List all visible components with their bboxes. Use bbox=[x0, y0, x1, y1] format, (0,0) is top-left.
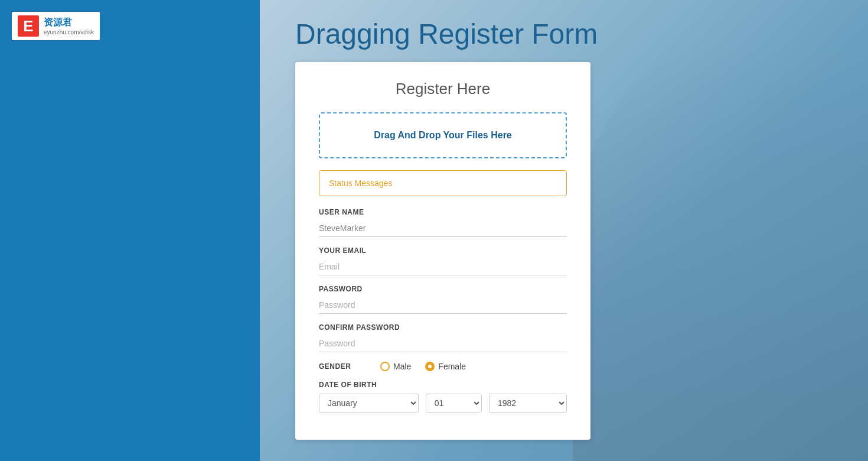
drag-drop-label: Drag And Drop Your Files Here bbox=[374, 130, 512, 140]
username-input[interactable] bbox=[319, 220, 567, 237]
logo-letter: E bbox=[18, 15, 39, 37]
logo-sub-text: eyunzhu.com/vdisk bbox=[44, 29, 94, 35]
dob-month-select[interactable]: January February March April May June Ju… bbox=[319, 394, 419, 413]
dob-label: DATE OF BIRTH bbox=[319, 381, 567, 389]
right-panel: Dragging Register Form Register Here Dra… bbox=[260, 0, 868, 461]
background-decoration bbox=[573, 47, 868, 461]
gender-label: GENDER bbox=[319, 362, 366, 371]
gender-male-radio[interactable] bbox=[380, 362, 390, 371]
gender-female-label: Female bbox=[438, 362, 466, 371]
status-message-box: Status Messages bbox=[319, 170, 567, 196]
gender-female-radio[interactable] bbox=[425, 362, 435, 371]
dob-selects: January February March April May June Ju… bbox=[319, 394, 567, 413]
email-input[interactable] bbox=[319, 258, 567, 275]
logo-text: 资源君 eyunzhu.com/vdisk bbox=[44, 17, 94, 35]
confirm-password-input[interactable] bbox=[319, 335, 567, 352]
password-field-group: PASSWORD bbox=[319, 285, 567, 314]
form-title: Register Here bbox=[319, 80, 567, 98]
gender-male-label: Male bbox=[393, 362, 411, 371]
register-form: Register Here Drag And Drop Your Files H… bbox=[295, 62, 590, 440]
password-input[interactable] bbox=[319, 297, 567, 314]
dob-section: DATE OF BIRTH January February March Apr… bbox=[319, 381, 567, 413]
dob-day-select[interactable]: 01020304 05060708 09101112 13141516 1718… bbox=[426, 394, 482, 413]
page-title: Dragging Register Form bbox=[295, 18, 598, 50]
email-field-group: YOUR EMAIL bbox=[319, 246, 567, 275]
confirm-password-label: CONFIRM PASSWORD bbox=[319, 323, 567, 332]
status-message-text: Status Messages bbox=[329, 178, 392, 188]
gender-row: GENDER Male Female bbox=[319, 362, 567, 371]
password-label: PASSWORD bbox=[319, 285, 567, 293]
email-label: YOUR EMAIL bbox=[319, 246, 567, 255]
username-field-group: USER NAME bbox=[319, 208, 567, 237]
left-panel: E 资源君 eyunzhu.com/vdisk bbox=[0, 0, 260, 461]
confirm-password-field-group: CONFIRM PASSWORD bbox=[319, 323, 567, 352]
gender-female-option[interactable]: Female bbox=[425, 362, 466, 371]
gender-male-option[interactable]: Male bbox=[380, 362, 411, 371]
logo-main-text: 资源君 bbox=[44, 17, 94, 29]
username-label: USER NAME bbox=[319, 208, 567, 216]
dob-year-select[interactable]: 1982 1980 1985 1990 1995 2000 bbox=[489, 394, 567, 413]
drag-drop-zone[interactable]: Drag And Drop Your Files Here bbox=[319, 112, 567, 158]
logo: E 资源君 eyunzhu.com/vdisk bbox=[12, 12, 100, 40]
